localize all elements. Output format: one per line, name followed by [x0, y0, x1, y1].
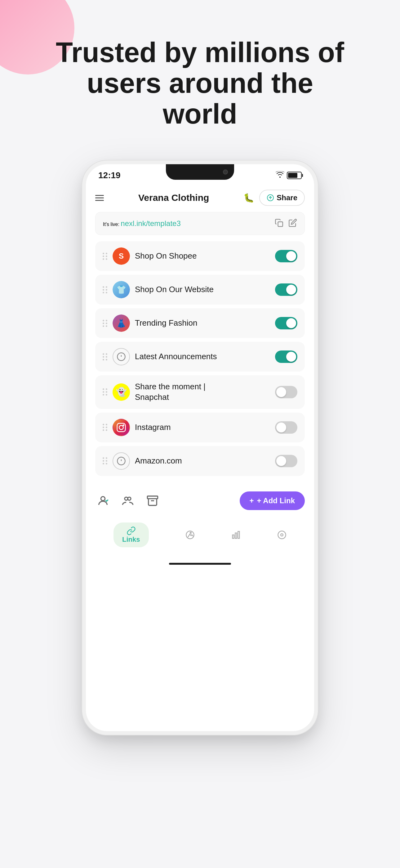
- share-button[interactable]: Share: [259, 190, 305, 206]
- shopee-icon: S: [112, 247, 130, 265]
- drag-handle-snapchat: [103, 389, 108, 396]
- hamburger-line-1: [95, 195, 104, 196]
- nav-item-design[interactable]: [186, 530, 195, 539]
- live-url-bar: It's live: nexl.ink/template3: [95, 212, 305, 235]
- header-actions: 🐛 Share: [243, 190, 305, 206]
- nav-item-analytics[interactable]: [231, 530, 241, 539]
- toggle-knob-fashion: [286, 318, 296, 328]
- svg-rect-17: [235, 533, 237, 538]
- list-item[interactable]: S Shop On Shopee: [95, 241, 305, 271]
- share-circle-icon: [267, 194, 274, 202]
- link-label-amazon: Amazon.com: [135, 456, 270, 466]
- links-nav-icon: [127, 526, 136, 535]
- drag-handle-instagram: [103, 424, 108, 431]
- list-item[interactable]: 👗 Trending Fashion: [95, 308, 305, 338]
- list-item[interactable]: 👻 Share the moment |Snapchat: [95, 375, 305, 409]
- shopee-logo: S: [112, 247, 130, 265]
- add-link-button[interactable]: + + Add Link: [240, 491, 305, 510]
- svg-point-6: [119, 425, 123, 429]
- snapchat-icon: 👻: [112, 383, 130, 401]
- svg-rect-5: [117, 423, 126, 432]
- svg-rect-18: [238, 531, 239, 538]
- toggle-knob-website: [286, 285, 296, 294]
- link-label-shopee: Shop On Shopee: [135, 251, 270, 261]
- link-label-snapchat: Share the moment |Snapchat: [135, 381, 270, 403]
- svg-point-15: [190, 532, 191, 533]
- toggle-snapchat[interactable]: [275, 386, 297, 398]
- share-label: Share: [276, 193, 297, 202]
- toggle-knob-instagram: [276, 423, 286, 432]
- hamburger-menu-icon[interactable]: [95, 195, 104, 201]
- notch-camera: [223, 169, 228, 175]
- status-time: 12:19: [98, 170, 121, 180]
- instagram-icon: [112, 419, 130, 436]
- toggle-announcements[interactable]: [275, 350, 297, 363]
- analytics-nav-icon: [231, 530, 241, 539]
- website-icon: 👕: [112, 281, 130, 298]
- list-item[interactable]: 👕 Shop On Our Website: [95, 275, 305, 305]
- drag-handle-fashion: [103, 320, 108, 327]
- toggle-instagram[interactable]: [275, 421, 297, 434]
- svg-rect-1: [278, 222, 283, 227]
- toggle-shopee[interactable]: [275, 250, 297, 262]
- toggle-fashion[interactable]: [275, 317, 297, 330]
- bottom-nav: Links: [86, 516, 314, 560]
- bug-icon[interactable]: 🐛: [243, 193, 254, 203]
- battery-icon: [287, 172, 302, 179]
- main-headline: Trusted by millions of users around the …: [29, 0, 371, 154]
- link-label-instagram: Instagram: [135, 422, 270, 433]
- edit-icon[interactable]: [288, 219, 297, 228]
- list-item[interactable]: Instagram: [95, 412, 305, 442]
- toggle-knob-announcements: [286, 352, 296, 362]
- amazon-icon: [112, 452, 130, 470]
- hamburger-line-3: [95, 200, 104, 201]
- app-title: Verana Clothing: [138, 192, 209, 203]
- link-label-website: Shop On Our Website: [135, 284, 270, 295]
- phone-mockup: 12:19: [82, 160, 318, 735]
- drag-handle-shopee: [103, 253, 108, 260]
- live-url-link[interactable]: nexl.ink/template3: [121, 219, 180, 227]
- notch: [166, 164, 234, 180]
- status-icons: [276, 171, 302, 180]
- drag-handle-announcements: [103, 353, 108, 361]
- wifi-icon: [276, 171, 284, 180]
- toggle-knob-shopee: [286, 251, 296, 261]
- svg-rect-14: [147, 496, 158, 499]
- svg-point-13: [128, 497, 131, 500]
- list-item[interactable]: Amazon.com: [95, 446, 305, 476]
- archive-icon-button[interactable]: [145, 493, 160, 508]
- svg-point-19: [278, 531, 286, 538]
- link-label-announcements: Latest Announcements: [135, 351, 270, 362]
- announcement-icon: [112, 348, 130, 365]
- svg-point-20: [280, 534, 283, 536]
- phone-inner: 12:19: [86, 164, 314, 731]
- toggle-website[interactable]: [275, 283, 297, 296]
- phone-frame: 12:19: [82, 160, 318, 735]
- plus-icon: +: [249, 496, 254, 505]
- battery-fill: [288, 173, 297, 178]
- status-bar: 12:19: [86, 164, 314, 183]
- add-link-label: + Add Link: [257, 496, 295, 505]
- nav-item-links[interactable]: Links: [113, 523, 148, 547]
- nav-item-preview[interactable]: [277, 530, 287, 539]
- toggle-amazon[interactable]: [275, 455, 297, 467]
- bottom-toolbar: + + Add Link: [86, 485, 314, 516]
- svg-point-7: [123, 425, 124, 426]
- copy-icon[interactable]: [275, 219, 284, 228]
- design-nav-icon: [186, 530, 195, 539]
- group-icon-button[interactable]: [120, 493, 135, 508]
- list-item[interactable]: Latest Announcements: [95, 342, 305, 372]
- drag-handle-amazon: [103, 457, 108, 464]
- link-label-fashion: Trending Fashion: [135, 318, 270, 329]
- profile-icon-button[interactable]: [95, 493, 111, 508]
- links-list: S Shop On Shopee 👕: [86, 241, 314, 476]
- links-nav-label: Links: [122, 535, 140, 544]
- fashion-icon: 👗: [112, 314, 130, 332]
- live-url-actions: [275, 219, 297, 228]
- hamburger-line-2: [95, 197, 104, 198]
- home-indicator: [169, 563, 231, 565]
- live-prefix: It's live:: [103, 222, 120, 227]
- toolbar-left: [95, 493, 160, 508]
- preview-nav-icon: [277, 530, 287, 539]
- toggle-knob-amazon: [276, 456, 286, 466]
